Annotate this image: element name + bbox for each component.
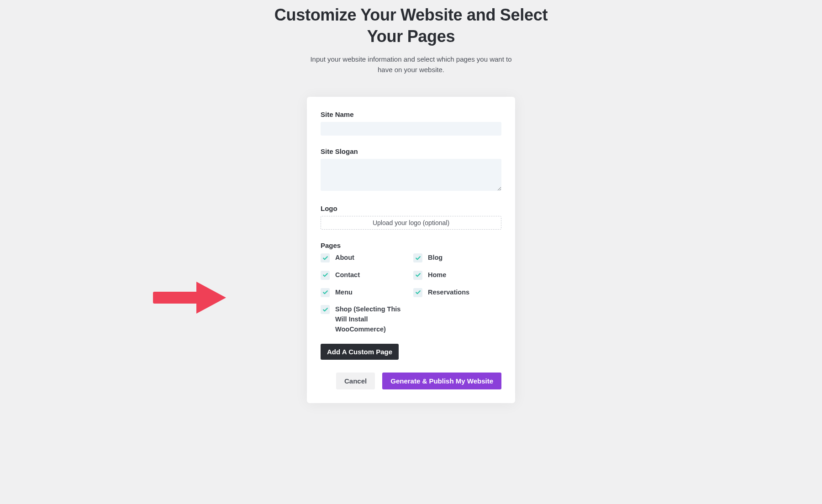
- checkbox-home[interactable]: [413, 271, 422, 280]
- checkbox-about[interactable]: [321, 253, 330, 262]
- page-item-about: About: [321, 253, 409, 263]
- page-container: Customize Your Website and Select Your P…: [0, 0, 822, 403]
- page-subtitle: Input your website information and selec…: [308, 54, 514, 75]
- checkbox-menu[interactable]: [321, 288, 330, 297]
- page-item-reservations: Reservations: [413, 288, 501, 298]
- pages-grid: About Blog Contact: [321, 253, 501, 335]
- page-item-shop: Shop (Selecting This Will Install WooCom…: [321, 304, 409, 334]
- footer-buttons: Cancel Generate & Publish My Website: [321, 373, 501, 389]
- page-item-home: Home: [413, 270, 501, 280]
- cancel-button[interactable]: Cancel: [336, 373, 375, 389]
- page-label-menu: Menu: [335, 288, 353, 298]
- site-name-input[interactable]: [321, 122, 501, 136]
- logo-upload-box[interactable]: Upload your logo (optional): [321, 216, 501, 230]
- add-custom-page-button[interactable]: Add A Custom Page: [321, 344, 399, 360]
- page-title: Customize Your Website and Select Your P…: [269, 5, 553, 47]
- form-card: Site Name Site Slogan Logo Upload your l…: [307, 97, 515, 403]
- page-label-contact: Contact: [335, 270, 360, 280]
- checkbox-reservations[interactable]: [413, 288, 422, 297]
- page-item-contact: Contact: [321, 270, 409, 280]
- check-icon: [322, 255, 328, 261]
- logo-field-group: Logo Upload your logo (optional): [321, 205, 501, 230]
- checkbox-shop[interactable]: [321, 305, 330, 314]
- pages-label: Pages: [321, 242, 501, 249]
- page-label-blog: Blog: [428, 253, 443, 263]
- site-slogan-input[interactable]: [321, 159, 501, 191]
- page-item-blog: Blog: [413, 253, 501, 263]
- site-slogan-label: Site Slogan: [321, 147, 501, 155]
- check-icon: [322, 307, 328, 313]
- site-name-field-group: Site Name: [321, 110, 501, 136]
- check-icon: [415, 272, 421, 278]
- generate-publish-button[interactable]: Generate & Publish My Website: [382, 373, 501, 389]
- checkbox-contact[interactable]: [321, 271, 330, 280]
- site-name-label: Site Name: [321, 110, 501, 118]
- page-label-about: About: [335, 253, 354, 263]
- logo-label: Logo: [321, 205, 501, 212]
- page-header: Customize Your Website and Select Your P…: [269, 5, 553, 75]
- page-label-home: Home: [428, 270, 446, 280]
- pages-field-group: Pages About Blog: [321, 242, 501, 360]
- page-item-menu: Menu: [321, 288, 409, 298]
- page-label-shop: Shop (Selecting This Will Install WooCom…: [335, 304, 409, 334]
- check-icon: [415, 255, 421, 261]
- check-icon: [322, 272, 328, 278]
- check-icon: [322, 289, 328, 295]
- checkbox-blog[interactable]: [413, 253, 422, 262]
- page-label-reservations: Reservations: [428, 288, 469, 298]
- check-icon: [415, 289, 421, 295]
- site-slogan-field-group: Site Slogan: [321, 147, 501, 193]
